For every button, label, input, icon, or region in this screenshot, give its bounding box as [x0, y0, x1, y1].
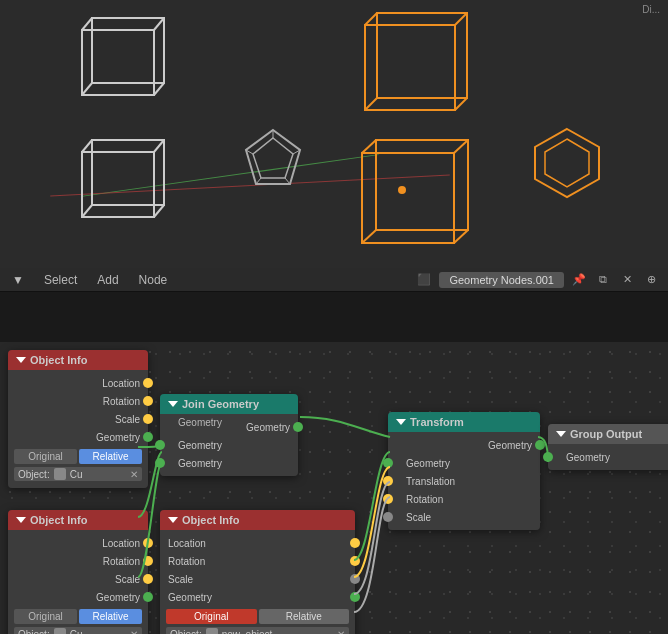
svg-line-11: [154, 205, 164, 217]
collapse-triangle-output[interactable]: [556, 431, 566, 437]
svg-line-24: [455, 98, 467, 110]
svg-line-22: [455, 13, 467, 25]
node-join-geometry-header[interactable]: Join Geometry: [160, 394, 298, 414]
collapse-triangle-join[interactable]: [168, 401, 178, 407]
socket-geometry-join-out[interactable]: [293, 422, 303, 432]
svg-point-31: [398, 186, 406, 194]
svg-line-28: [454, 140, 468, 153]
node-object-info-1: Object Info Location Rotation Scale Geom…: [8, 350, 148, 488]
btn-relative-big[interactable]: Relative: [259, 609, 350, 624]
obj-clear-2[interactable]: ✕: [130, 629, 138, 635]
svg-line-29: [362, 230, 376, 243]
node-object-info-2: Object Info Location Rotation Scale Geom…: [8, 510, 148, 634]
btn-row-2: Original Relative: [14, 609, 142, 624]
menu-item-select[interactable]: Select: [40, 271, 81, 289]
socket-location-big[interactable]: [350, 538, 360, 548]
node-object-info-1-header[interactable]: Object Info: [8, 350, 148, 370]
obj-icon-big: [206, 628, 218, 634]
socket-scale-2[interactable]: [143, 574, 153, 584]
svg-marker-33: [545, 139, 589, 187]
collapse-triangle-1[interactable]: [16, 357, 26, 363]
collapse-triangle-big[interactable]: [168, 517, 178, 523]
node-object-info-big-header[interactable]: Object Info: [160, 510, 355, 530]
output-geometry-transform: Geometry: [388, 436, 540, 454]
output-geometry-2: Geometry: [8, 588, 148, 606]
socket-geometry-output-in[interactable]: [543, 452, 553, 462]
socket-geometry-transform-out[interactable]: [535, 440, 545, 450]
3d-viewport[interactable]: Di...: [0, 0, 668, 268]
input-geometry-join-2: Geometry: [160, 454, 298, 472]
node-tree-icon[interactable]: ⬛: [415, 271, 433, 289]
pin-icon[interactable]: 📌: [570, 271, 588, 289]
btn-original-big[interactable]: Original: [166, 609, 257, 624]
socket-translation-transform[interactable]: [383, 476, 393, 486]
socket-geometry-transform-in[interactable]: [383, 458, 393, 468]
btn-row-big: Original Relative: [166, 609, 349, 624]
output-scale-1: Scale: [8, 410, 148, 428]
output-location-1: Location: [8, 374, 148, 392]
svg-line-2: [82, 18, 92, 30]
cube-white-2: [72, 132, 172, 227]
cube-orange-1: [355, 5, 480, 120]
obj-field-1: Object: Cu ✕: [14, 467, 142, 481]
collapse-triangle-2[interactable]: [16, 517, 26, 523]
node-join-geometry-title: Join Geometry: [182, 398, 259, 410]
snap-icon[interactable]: ⊕: [642, 271, 660, 289]
obj-field-big: Object: new_object ✕: [166, 627, 349, 634]
input-scale-transform: Scale: [388, 508, 540, 526]
socket-rotation-2[interactable]: [143, 556, 153, 566]
btn-original-2[interactable]: Original: [14, 609, 77, 624]
socket-geometry-join-in2[interactable]: [155, 458, 165, 468]
btn-relative-1[interactable]: Relative: [79, 449, 142, 464]
menu-item-toggle[interactable]: ▼: [8, 271, 28, 289]
svg-marker-13: [253, 138, 293, 178]
menu-item-node[interactable]: Node: [135, 271, 172, 289]
socket-rotation-transform[interactable]: [383, 494, 393, 504]
socket-location-2[interactable]: [143, 538, 153, 548]
obj-clear-1[interactable]: ✕: [130, 469, 138, 480]
obj-clear-big[interactable]: ✕: [337, 629, 345, 635]
node-object-info-big: Object Info Location Rotation Scale Geom…: [160, 510, 355, 634]
socket-scale-transform[interactable]: [383, 512, 393, 522]
socket-geometry-out-1[interactable]: [143, 432, 153, 442]
hexagon-orange: [527, 125, 607, 200]
dim-label: Di...: [642, 4, 660, 15]
close-icon[interactable]: ✕: [618, 271, 636, 289]
svg-line-21: [365, 13, 377, 25]
svg-line-4: [82, 83, 92, 95]
node-editor-canvas[interactable]: Object Info Location Rotation Scale Geom…: [0, 342, 668, 634]
socket-rotation-big[interactable]: [350, 556, 360, 566]
node-transform-header[interactable]: Transform: [388, 412, 540, 432]
socket-scale-big[interactable]: [350, 574, 360, 584]
node-group-output-header[interactable]: Group Output: [548, 424, 668, 444]
socket-geometry-out-2[interactable]: [143, 592, 153, 602]
copy-icon[interactable]: ⧉: [594, 271, 612, 289]
btn-original-1[interactable]: Original: [14, 449, 77, 464]
obj-field-2: Object: Cu ✕: [14, 627, 142, 634]
row-geometry-big: Geometry: [160, 588, 355, 606]
node-transform-body: Geometry Geometry Translation Rotation S…: [388, 432, 540, 530]
socket-geometry-join-in1[interactable]: [155, 440, 165, 450]
output-rotation-2: Rotation: [8, 552, 148, 570]
node-object-info-2-header[interactable]: Object Info: [8, 510, 148, 530]
node-group-output: Group Output Geometry: [548, 424, 668, 470]
btn-relative-2[interactable]: Relative: [79, 609, 142, 624]
node-editor-menubar: ▼ Select Add Node ⬛ Geometry Nodes.001 📌…: [0, 268, 668, 292]
btn-row-1: Original Relative: [14, 449, 142, 464]
collapse-triangle-transform[interactable]: [396, 419, 406, 425]
group-name-label[interactable]: Geometry Nodes.001: [439, 272, 564, 288]
svg-line-27: [362, 140, 376, 153]
socket-geometry-big-out[interactable]: [350, 592, 360, 602]
obj-icon-1: [54, 468, 66, 480]
svg-line-23: [365, 98, 377, 110]
input-rotation-transform: Rotation: [388, 490, 540, 508]
socket-location-1[interactable]: [143, 378, 153, 388]
socket-scale-1[interactable]: [143, 414, 153, 424]
svg-line-5: [154, 83, 164, 95]
socket-rotation-1[interactable]: [143, 396, 153, 406]
svg-line-8: [82, 140, 92, 152]
menu-item-add[interactable]: Add: [93, 271, 122, 289]
node-object-info-2-title: Object Info: [30, 514, 87, 526]
cube-white-1: [72, 10, 172, 105]
geometry-label-join-1: Geometry: [178, 417, 222, 428]
